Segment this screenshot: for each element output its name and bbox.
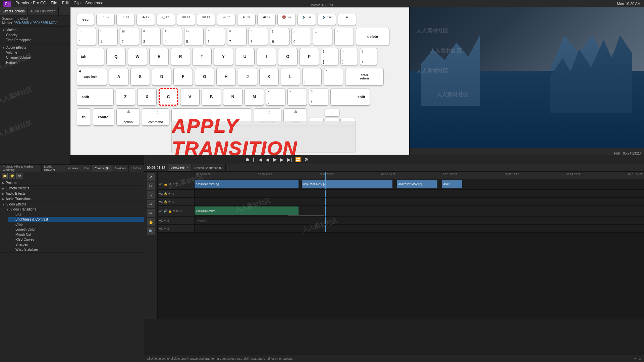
key-option-left[interactable]: alt option: [116, 108, 140, 126]
key-f12[interactable]: 🔊F12: [318, 14, 336, 25]
item-lumetri-color[interactable]: Lumetri Color: [8, 227, 144, 232]
key-f11[interactable]: 🔉F11: [298, 14, 316, 25]
item-opacity[interactable]: Opacity: [0, 33, 70, 38]
key-comma[interactable]: < ,: [266, 88, 285, 106]
group-video-effects-header[interactable]: ▼ Video Effects: [0, 202, 144, 207]
menu-sequence[interactable]: Sequence: [85, 1, 103, 7]
item-panner[interactable]: Panner: [0, 60, 70, 65]
key-equals[interactable]: + =: [334, 28, 354, 45]
key-h[interactable]: H: [216, 68, 236, 85]
track-v2-body[interactable]: [195, 190, 644, 197]
track-v1-expand[interactable]: ▽: [175, 183, 178, 186]
tab-audio-clip-mixer[interactable]: Audio Clip Mixer:: [28, 7, 59, 15]
item-warp-stabilizer[interactable]: Warp Stabilizer: [8, 247, 144, 252]
item-brightness-contrast[interactable]: Brightness & Contrast: [8, 217, 144, 222]
key-z[interactable]: Z: [116, 88, 135, 106]
track-a1-icon[interactable]: 🔊: [164, 209, 167, 213]
tool-slip[interactable]: ↔: [147, 191, 155, 199]
key-q[interactable]: Q: [106, 48, 126, 65]
group-audio-effects-header[interactable]: ▶ Audio Effects: [0, 191, 144, 196]
key-command-left[interactable]: ⌘ command: [142, 108, 169, 126]
btn-add-effect[interactable]: ⭐: [9, 173, 15, 179]
key-bracket-open[interactable]: { [: [321, 48, 338, 65]
item-time-remapping[interactable]: Time Remapping: [0, 38, 70, 43]
key-t[interactable]: T: [192, 48, 212, 65]
menu-clip[interactable]: Clip: [73, 1, 80, 7]
key-return[interactable]: enter return: [345, 68, 384, 85]
menu-edit[interactable]: Edit: [62, 1, 69, 7]
key-f7[interactable]: ⏮F7: [217, 14, 235, 25]
key-l[interactable]: L: [281, 68, 300, 85]
tab-libraries[interactable]: Libraries: [64, 165, 82, 172]
key-v[interactable]: V: [180, 88, 200, 106]
tool-pen[interactable]: ✏: [147, 209, 155, 217]
tab-media-browser[interactable]: Media Browser: [42, 165, 64, 172]
group-presets-header[interactable]: ▶ Presets: [0, 180, 144, 185]
track-v3-sync[interactable]: S: [172, 200, 174, 203]
key-9[interactable]: ( 9: [270, 28, 289, 45]
audio-effects-header[interactable]: ▼ Audio Effects: [0, 45, 70, 50]
tab-project[interactable]: Project: Mike & Markie Wedding: [0, 165, 42, 172]
group-lumetri-header[interactable]: ▶ Lumetri Presets: [0, 186, 144, 191]
item-blur[interactable]: Blur: [8, 212, 144, 217]
key-y[interactable]: Y: [214, 48, 233, 65]
key-f8[interactable]: ⏯F8: [237, 14, 256, 25]
key-8[interactable]: * 8: [249, 28, 268, 45]
key-shift-right[interactable]: shift: [330, 88, 370, 106]
tab-close-1[interactable]: ✕: [186, 166, 189, 169]
key-esc[interactable]: esc: [77, 14, 94, 25]
key-f1[interactable]: ☼F1: [96, 14, 115, 25]
key-caps-lock[interactable]: caps lock: [77, 68, 107, 85]
tool-hand[interactable]: ✋: [147, 218, 155, 226]
track-a2-mute[interactable]: M: [164, 219, 166, 222]
tl-tab-main[interactable]: 060K3865 ✕: [168, 164, 192, 171]
timeline-empty-space[interactable]: [158, 233, 644, 319]
tab-effects[interactable]: Effects 3: [92, 165, 112, 172]
key-minus[interactable]: _ -: [313, 28, 332, 45]
track-a1-solo[interactable]: S: [180, 209, 182, 213]
key-w[interactable]: W: [128, 48, 147, 65]
track-a1-keyframe[interactable]: M: [176, 209, 179, 213]
track-a3-sync[interactable]: S: [167, 227, 169, 230]
key-f[interactable]: F: [173, 68, 193, 85]
clip-a1-1[interactable]: 060K3869.MOV: [195, 206, 299, 215]
key-f3[interactable]: ⏏F3: [137, 14, 155, 25]
track-v1-lock[interactable]: 🔒: [164, 183, 167, 186]
track-v3-body[interactable]: [195, 198, 644, 205]
menu-premiere[interactable]: Premiere Pro CC: [15, 1, 46, 7]
key-b[interactable]: B: [202, 88, 221, 106]
tool-select[interactable]: ↗: [147, 173, 155, 181]
key-semicolon[interactable]: : ;: [302, 68, 322, 85]
track-a1-body[interactable]: 060K3869.MOV 060K3869.MOV Start: 06:00:5…: [195, 206, 644, 216]
key-delete[interactable]: delete: [356, 28, 389, 45]
key-0[interactable]: ) 0: [291, 28, 311, 45]
key-backtick[interactable]: ~ `: [77, 28, 96, 45]
track-v1-body[interactable]: 060K3869.MOV [V] 060K3902.MOV [V] 060K39…: [195, 179, 644, 189]
key-i[interactable]: I: [257, 48, 276, 65]
key-j[interactable]: J: [238, 68, 257, 85]
key-s[interactable]: S: [130, 68, 150, 85]
tl-tab-source[interactable]: 00:01:01:12: [144, 164, 168, 171]
key-f10[interactable]: 🔇F10: [277, 14, 296, 25]
key-p[interactable]: P: [300, 48, 319, 65]
key-o[interactable]: O: [278, 48, 298, 65]
track-v1-eye[interactable]: 👁: [168, 183, 171, 186]
tab-info[interactable]: Info: [81, 165, 92, 172]
track-a2-body[interactable]: Audio 2: [195, 217, 644, 224]
item-channel-volume[interactable]: Channel Volume: [0, 55, 70, 60]
clip-v1-4[interactable]: 060K: [442, 180, 462, 188]
track-a3-body[interactable]: [195, 225, 644, 232]
key-bracket-close[interactable]: } ]: [340, 48, 358, 65]
key-slash[interactable]: ? /: [309, 88, 328, 106]
key-tab[interactable]: tab: [77, 48, 104, 65]
key-f5[interactable]: ⌨F5: [177, 14, 195, 25]
item-morph-cut[interactable]: Morph Cut: [8, 232, 144, 237]
track-v3-lock[interactable]: 🔒: [164, 200, 167, 203]
key-2[interactable]: @ 2: [120, 28, 139, 45]
menu-file[interactable]: File: [51, 1, 57, 7]
key-6[interactable]: ^ 6: [206, 28, 225, 45]
track-a3-mute[interactable]: M: [164, 227, 166, 230]
key-f9[interactable]: ⏭F9: [257, 14, 276, 25]
track-v1-sync[interactable]: S: [172, 183, 174, 186]
item-crop[interactable]: Crop: [8, 222, 144, 227]
